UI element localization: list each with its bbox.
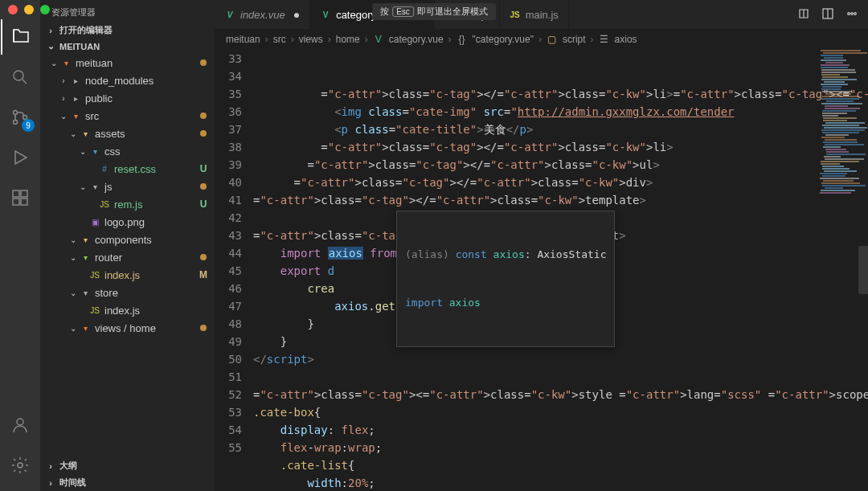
folder-icon: ▸ [69,74,82,87]
timeline-section[interactable]: ›时间线 [40,474,215,491]
breadcrumb-item[interactable]: src [273,34,286,45]
explorer-icon[interactable] [1,19,39,55]
editor-tab[interactable]: JSmain.js [500,0,569,29]
tree-item[interactable]: ⌄▾src [40,107,215,125]
editor-tabs: Vindex.vue●Vcategory.vue×●JSrem.jsJSmain… [215,0,868,29]
breadcrumb-item[interactable]: home [336,34,360,45]
maximize-window[interactable] [40,5,50,14]
breadcrumb-icon: ☰ [599,34,610,45]
breadcrumb[interactable]: meituan›src›views›home›Vcategory.vue›{}"… [215,29,868,50]
extensions-icon[interactable] [1,180,39,215]
line-gutter: 3334353637383940414243444546474849505152… [215,50,253,491]
split-icon[interactable] [821,7,834,23]
overview-ruler[interactable] [858,246,868,294]
tab-file-icon: JS [510,9,521,20]
breadcrumb-item[interactable]: views [299,34,323,45]
intellisense-hover: (alias) const axios: AxiosStatic import … [396,211,615,347]
svg-rect-5 [21,190,27,197]
breadcrumb-icon: ▢ [547,34,558,45]
fullscreen-tip: 按 Esc 即可退出全屏模式 [372,3,496,20]
svg-point-8 [17,419,23,425]
svg-rect-7 [21,198,27,205]
tree-item[interactable]: JSindex.js [40,301,215,319]
activity-bar: 9 [0,0,40,491]
modified-dot-icon [200,325,207,331]
close-window[interactable] [8,5,18,14]
folder-icon: ▸ [69,92,82,104]
folder-icon: ▾ [88,180,101,193]
svg-rect-6 [13,198,19,205]
svg-rect-4 [13,190,19,197]
svg-point-11 [848,12,850,14]
outline-section[interactable]: ›大纲 [40,457,215,474]
window-controls[interactable] [8,5,50,14]
tree-item[interactable]: ⌄▾components [40,231,215,248]
breadcrumb-item[interactable]: category.vue [389,34,444,45]
tab-file-icon: V [224,9,235,20]
tree-item[interactable]: JSrem.jsU [40,195,215,213]
more-icon[interactable] [845,7,858,23]
settings-gear-icon[interactable] [1,448,39,483]
tree-item[interactable]: ⌄▾store [40,284,215,301]
explorer-sidebar: 资源管理器 ›打开的编辑器 ⌄MEITUAN ⌄▾meituan›▸node_m… [40,0,215,491]
tree-item[interactable]: ⌄▾css [40,142,215,160]
git-status: U [197,163,210,174]
folder-icon: ▾ [59,56,72,69]
file-icon: JS [98,198,111,211]
folder-icon: ▾ [88,145,101,158]
breadcrumb-item[interactable]: script [563,34,586,45]
svg-point-1 [14,111,18,115]
git-status: M [197,269,210,280]
breadcrumb-item[interactable]: "category.vue" [473,34,534,45]
folder-icon: ▾ [79,321,92,334]
modified-dot-icon [200,183,207,190]
sidebar-title: 资源管理器 [40,0,215,22]
scm-icon[interactable]: 9 [1,100,39,135]
tree-item[interactable]: ›▸node_modules [40,72,215,89]
svg-point-13 [854,12,857,14]
compare-icon[interactable] [797,7,810,23]
tree-item[interactable]: ›▸public [40,89,215,107]
file-icon: JS [88,268,101,281]
folder-icon: ▾ [79,286,92,299]
tree-item[interactable]: ⌄▾router [40,248,215,266]
folder-icon: ▾ [69,109,82,122]
folder-icon: ▾ [79,251,92,264]
file-tree: ⌄▾meituan›▸node_modules›▸public⌄▾src⌄▾as… [40,54,215,457]
file-icon: # [98,162,111,175]
breadcrumb-icon: {} [457,34,468,45]
breadcrumb-icon: V [373,34,384,45]
breadcrumb-item[interactable]: meituan [226,34,260,45]
tree-item[interactable]: JSindex.jsM [40,266,215,284]
modified-dot-icon [200,59,207,66]
esc-key-icon: Esc [392,6,414,17]
breadcrumb-item[interactable]: axios [615,34,637,45]
svg-point-12 [851,12,854,14]
folder-icon: ▾ [79,233,92,246]
code-editor[interactable]: 3334353637383940414243444546474849505152… [215,50,868,491]
svg-point-0 [14,71,23,80]
tree-item[interactable]: ⌄▾js [40,178,215,195]
git-status: U [197,198,210,210]
tree-item[interactable]: ⌄▾views / home [40,319,215,337]
account-icon[interactable] [1,407,39,443]
modified-dot-icon [200,254,207,260]
file-icon: JS [88,304,101,317]
debug-icon[interactable] [1,140,39,175]
scm-badge: 9 [22,119,35,132]
project-section[interactable]: ⌄MEITUAN [40,39,215,54]
minimize-window[interactable] [24,5,34,14]
open-editors-section[interactable]: ›打开的编辑器 [40,22,215,39]
dirty-dot-icon: ● [293,8,300,21]
tab-file-icon: V [320,9,331,20]
modified-dot-icon [200,130,207,137]
editor-tab[interactable]: Vindex.vue● [215,0,310,29]
tree-item[interactable]: ▣logo.png [40,213,215,231]
code-lines[interactable]: ="c-attr">class="c-tag"></="c-attr">clas… [253,50,868,491]
tree-item[interactable]: ⌄▾meituan [40,54,215,72]
tree-item[interactable]: #reset.cssU [40,160,215,178]
folder-icon: ▾ [79,127,92,140]
tree-item[interactable]: ⌄▾assets [40,125,215,142]
modified-dot-icon [200,113,207,119]
search-icon[interactable] [1,59,39,95]
